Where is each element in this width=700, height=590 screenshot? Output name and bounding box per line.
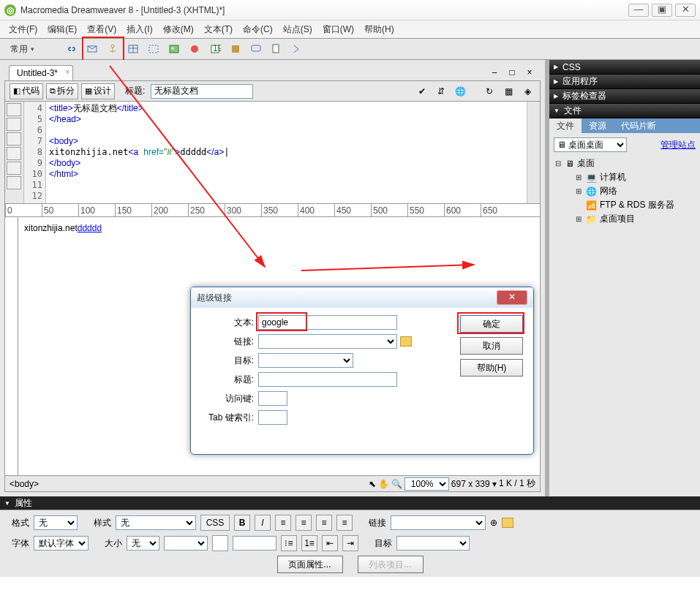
preview-icon[interactable]: 🌐: [452, 83, 468, 99]
italic-button[interactable]: I: [255, 515, 271, 531]
design-link[interactable]: ddddd: [78, 223, 102, 233]
view-design-button[interactable]: ▦ 设计: [81, 83, 115, 99]
tree-ftp[interactable]: 📶 FTP & RDS 服务器: [554, 198, 696, 212]
link-combo[interactable]: [258, 334, 397, 349]
color-input[interactable]: [233, 536, 276, 551]
code-scrollbar[interactable]: [527, 102, 540, 203]
panel-application[interactable]: 应用程序: [549, 75, 700, 89]
table-icon[interactable]: [125, 41, 141, 57]
tag-selector[interactable]: <body>: [10, 479, 39, 489]
image-icon[interactable]: [166, 41, 182, 57]
manage-sites-link[interactable]: 管理站点: [661, 139, 696, 151]
point-to-file-icon[interactable]: ⊕: [490, 518, 497, 528]
indent-button[interactable]: ⇥: [342, 535, 358, 551]
hyperlink-icon[interactable]: [64, 41, 80, 57]
menu-help[interactable]: 帮助(H): [360, 22, 399, 37]
visual-aids-icon[interactable]: ◈: [519, 83, 535, 99]
doc-close-icon[interactable]: ×: [522, 64, 538, 80]
templates-icon[interactable]: [268, 41, 285, 57]
code-tool-5[interactable]: [7, 162, 21, 175]
menu-edit[interactable]: 编辑(E): [43, 22, 81, 37]
bold-button[interactable]: B: [234, 515, 250, 531]
subtab-assets[interactable]: 资源: [582, 118, 614, 134]
maximize-button[interactable]: ▣: [652, 4, 672, 17]
style-select[interactable]: 无: [116, 515, 196, 530]
view-code-button[interactable]: ◧ 代码: [10, 83, 43, 99]
align-center-button[interactable]: ≡: [296, 515, 312, 531]
outdent-button[interactable]: ⇤: [322, 535, 338, 551]
panel-files[interactable]: 文件: [549, 104, 700, 118]
code-tool-2[interactable]: [7, 118, 21, 131]
code-tool-3[interactable]: [7, 132, 21, 145]
title-field-input[interactable]: [258, 372, 397, 387]
unordered-list-button[interactable]: ⁝≡: [281, 535, 297, 551]
title-input[interactable]: [151, 84, 253, 99]
menu-site[interactable]: 站点(S): [279, 22, 317, 37]
pointer-tool-icon[interactable]: ⬉: [369, 479, 376, 489]
properties-header[interactable]: 属性: [0, 496, 700, 510]
subtab-snippets[interactable]: 代码片断: [614, 118, 663, 134]
menu-text[interactable]: 文本(T): [200, 22, 237, 37]
align-right-button[interactable]: ≡: [316, 515, 332, 531]
code-tool-1[interactable]: [7, 103, 21, 116]
refresh-icon[interactable]: ↻: [481, 83, 497, 99]
dialog-close-button[interactable]: ✕: [497, 290, 527, 305]
panel-css[interactable]: CSS: [549, 60, 700, 75]
close-button[interactable]: ✕: [675, 4, 696, 17]
site-select[interactable]: 🖥 桌面桌面: [554, 137, 627, 152]
prop-browse-icon[interactable]: [502, 518, 513, 528]
accesskey-input[interactable]: [258, 391, 287, 406]
font-select[interactable]: 默认字体: [34, 536, 89, 551]
align-justify-button[interactable]: ≡: [336, 515, 353, 531]
doc-restore-icon[interactable]: □: [504, 64, 520, 80]
tree-network[interactable]: ⊞🌐 网络: [554, 184, 696, 198]
tree-desktop-items[interactable]: ⊞📁 桌面项目: [554, 212, 696, 226]
tree-root[interactable]: ⊟🖥 桌面: [554, 156, 696, 170]
window-size[interactable]: 697 x 339 ▾: [451, 479, 497, 489]
browse-folder-icon[interactable]: [400, 336, 412, 347]
target-select[interactable]: [258, 353, 353, 368]
subtab-files[interactable]: 文件: [549, 118, 582, 134]
menu-window[interactable]: 窗口(W): [318, 22, 358, 37]
view-split-button[interactable]: ⧉ 拆分: [46, 83, 78, 99]
page-properties-button[interactable]: 页面属性...: [277, 556, 343, 573]
menu-commands[interactable]: 命令(C): [238, 22, 277, 37]
dialog-titlebar[interactable]: 超级链接 ✕: [191, 287, 533, 308]
div-icon[interactable]: [146, 41, 162, 57]
menu-view[interactable]: 查看(V): [83, 22, 121, 37]
minimize-button[interactable]: —: [628, 4, 649, 17]
tree-computer[interactable]: ⊞💻 计算机: [554, 170, 696, 184]
help-button[interactable]: 帮助(H): [460, 359, 523, 377]
date-icon[interactable]: 19: [207, 41, 223, 57]
panel-taginspector[interactable]: 标签检查器: [549, 89, 700, 104]
size-unit-select[interactable]: [164, 536, 208, 551]
media-icon[interactable]: [187, 41, 203, 57]
doc-minimize-icon[interactable]: –: [486, 64, 503, 80]
prop-target-select[interactable]: [396, 536, 470, 551]
menu-insert[interactable]: 插入(I): [122, 22, 157, 37]
hand-tool-icon[interactable]: ✋: [378, 479, 389, 489]
code-editor[interactable]: <title>无标题文档</title> </head> <body> xito…: [46, 102, 527, 203]
server-include-icon[interactable]: [227, 41, 244, 57]
insert-category[interactable]: 常用: [4, 43, 40, 56]
menu-file[interactable]: 文件(F): [4, 22, 42, 37]
zoom-tool-icon[interactable]: 🔍: [391, 479, 402, 489]
tabindex-input[interactable]: [258, 410, 287, 425]
tag-chooser-icon[interactable]: [289, 41, 305, 57]
cancel-button[interactable]: 取消: [460, 337, 523, 355]
document-tab[interactable]: Untitled-3* ×: [9, 65, 73, 80]
color-swatch[interactable]: [212, 535, 228, 551]
css-button[interactable]: CSS: [200, 515, 230, 531]
code-tool-6[interactable]: [7, 176, 21, 189]
menu-modify[interactable]: 修改(M): [159, 22, 198, 37]
zoom-select[interactable]: 100%: [404, 477, 449, 491]
comment-icon[interactable]: [248, 41, 264, 57]
ordered-list-button[interactable]: 1≡: [301, 535, 317, 551]
prop-link-select[interactable]: [391, 515, 486, 530]
tab-close-icon[interactable]: ×: [65, 68, 69, 76]
code-tool-4[interactable]: [7, 147, 21, 160]
validate-icon[interactable]: ✔: [414, 83, 430, 99]
format-select[interactable]: 无: [34, 515, 78, 530]
size-select[interactable]: 无: [127, 536, 159, 551]
file-mgmt-icon[interactable]: ⇵: [433, 83, 449, 99]
